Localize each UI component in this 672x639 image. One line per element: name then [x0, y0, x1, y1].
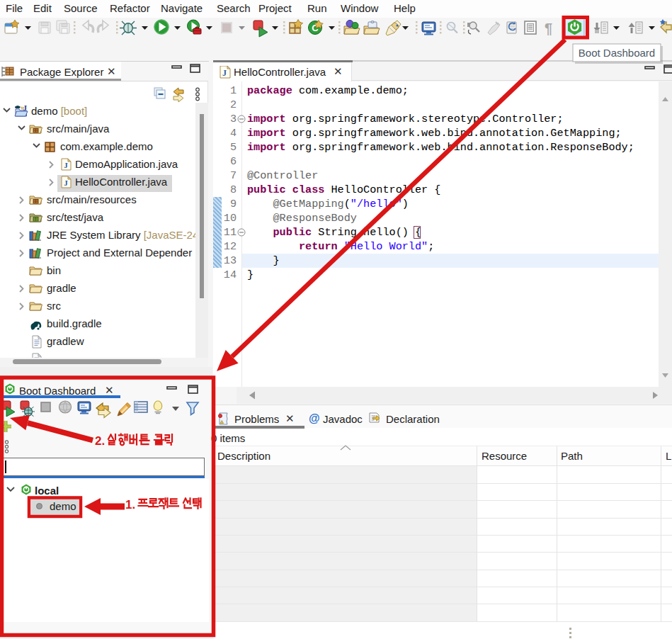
svg-text:J: J: [23, 103, 28, 112]
svg-text:Boot Dashboard: Boot Dashboard: [579, 47, 655, 59]
svg-text:¶: ¶: [545, 21, 552, 36]
svg-text:J: J: [222, 68, 227, 78]
